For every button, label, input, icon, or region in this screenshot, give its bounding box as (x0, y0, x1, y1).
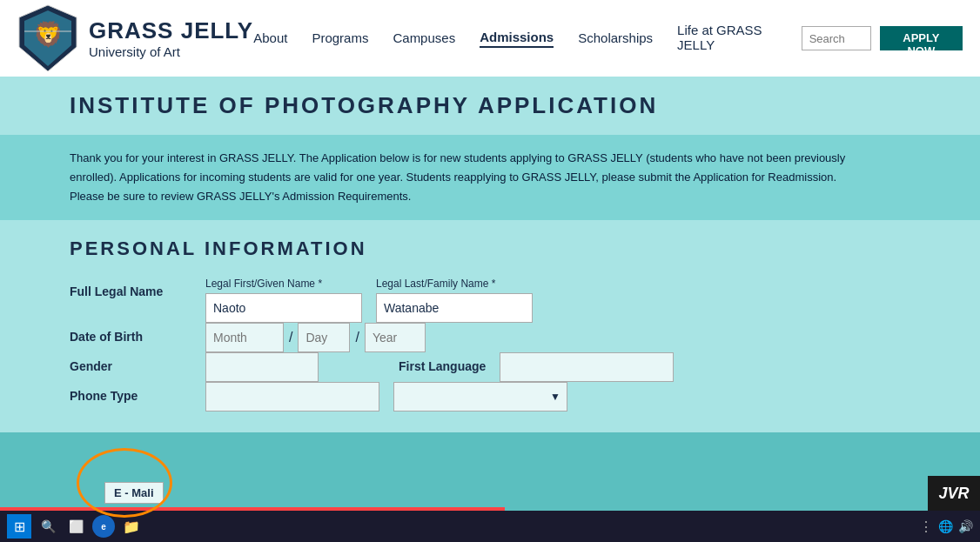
navbar: 🦁 GRASS JELLY University of Art About Pr… (0, 0, 980, 77)
intro-line2: enrolled). Applications for incoming stu… (70, 168, 910, 187)
email-field-label: E - Mali (104, 482, 164, 504)
taskbar-icon-2[interactable]: 📁 (120, 515, 143, 538)
last-name-group: Legal Last/Family Name * (376, 278, 533, 323)
gender-input[interactable] (205, 352, 319, 382)
watermark: JVR (928, 476, 980, 511)
dob-sep-2: / (355, 330, 359, 345)
start-button[interactable]: ⊞ (7, 514, 31, 539)
first-name-sublabel: Legal First/Given Name * (205, 278, 362, 290)
gender-label: Gender (70, 352, 191, 373)
taskbar-right: ⋮ 🌐 🔊 (919, 519, 973, 535)
intro-line1: Thank you for your interest in GRASS JEL… (70, 149, 910, 168)
form-section-title: PERSONAL INFORMATION (70, 238, 910, 260)
gender-language-row: Gender First Language (70, 352, 910, 382)
nav-life[interactable]: Life at GRASS JELLY (677, 23, 775, 54)
dob-sep-1: / (289, 330, 292, 345)
start-icon: ⊞ (14, 519, 25, 535)
phone-type-label: Phone Type (70, 382, 191, 403)
dob-row: Date of Birth / / (70, 323, 910, 352)
page-title: INSTITUTE OF PHOTOGRAPHY APPLICATION (70, 92, 910, 119)
taskbar-browser-icon[interactable]: e (92, 515, 115, 538)
nav-programs[interactable]: Programs (312, 30, 368, 47)
first-name-input[interactable] (205, 293, 362, 323)
intro-line3: Please be sure to review GRASS JELLY's A… (70, 187, 910, 206)
apply-now-button[interactable]: APPLY NOW (880, 26, 963, 50)
form-section: PERSONAL INFORMATION Full Legal Name Leg… (0, 220, 980, 432)
taskbar-network-icon: 🌐 (938, 519, 953, 533)
last-name-sublabel: Legal Last/Family Name * (376, 278, 533, 290)
svg-text:🦁: 🦁 (33, 20, 64, 49)
phone-select[interactable] (393, 382, 567, 412)
taskbar-icon-1[interactable]: ⬜ (64, 515, 87, 538)
logo-icon: 🦁 (17, 3, 78, 73)
logo-title: GRASS JELLY (89, 17, 253, 44)
nav-scholarships[interactable]: Scholarships (578, 30, 653, 47)
logo-subtitle: University of Art (89, 44, 253, 59)
last-name-input[interactable] (376, 293, 533, 323)
nav-links: About Programs Campuses Admissions Schol… (253, 23, 775, 54)
taskbar-sound-icon: 🔊 (958, 519, 973, 533)
dob-label: Date of Birth (70, 323, 191, 344)
first-language-input[interactable] (500, 352, 674, 382)
dob-day-input[interactable] (298, 323, 350, 352)
phone-type-input[interactable] (205, 382, 379, 412)
full-name-row: Full Legal Name Legal First/Given Name *… (70, 278, 910, 323)
first-name-group: Legal First/Given Name * (205, 278, 362, 323)
nav-right: APPLY NOW (802, 26, 963, 50)
nav-campuses[interactable]: Campuses (393, 30, 455, 47)
nav-admissions[interactable]: Admissions (480, 30, 554, 48)
taskbar: ⊞ 🔍 ⬜ e 📁 ⋮ 🌐 🔊 (0, 511, 980, 542)
phone-select-wrapper: ▼ (393, 382, 567, 412)
logo-text: GRASS JELLY University of Art (89, 17, 253, 59)
intro-text: Thank you for your interest in GRASS JEL… (0, 135, 980, 220)
dob-fields: / / (205, 323, 426, 352)
browser-icon: e (101, 522, 106, 532)
nav-about[interactable]: About (253, 30, 287, 47)
first-language-label: First Language (399, 352, 486, 373)
task-view-icon: ⬜ (69, 519, 84, 533)
dob-year-input[interactable] (365, 323, 426, 352)
dob-month-input[interactable] (205, 323, 284, 352)
full-name-label: Full Legal Name (70, 278, 191, 298)
search-icon: 🔍 (41, 519, 56, 533)
page-title-banner: INSTITUTE OF PHOTOGRAPHY APPLICATION (0, 77, 980, 135)
taskbar-dots: ⋮ (919, 519, 933, 535)
main-content: INSTITUTE OF PHOTOGRAPHY APPLICATION Tha… (0, 77, 980, 432)
taskbar-search-button[interactable]: 🔍 (37, 515, 59, 538)
name-fields: Legal First/Given Name * Legal Last/Fami… (205, 278, 533, 323)
watermark-text: JVR (938, 485, 969, 503)
logo-area: 🦁 GRASS JELLY University of Art (17, 3, 253, 73)
folder-icon: 📁 (123, 519, 140, 535)
phone-type-row: Phone Type ▼ (70, 382, 910, 412)
search-input[interactable] (802, 26, 871, 50)
